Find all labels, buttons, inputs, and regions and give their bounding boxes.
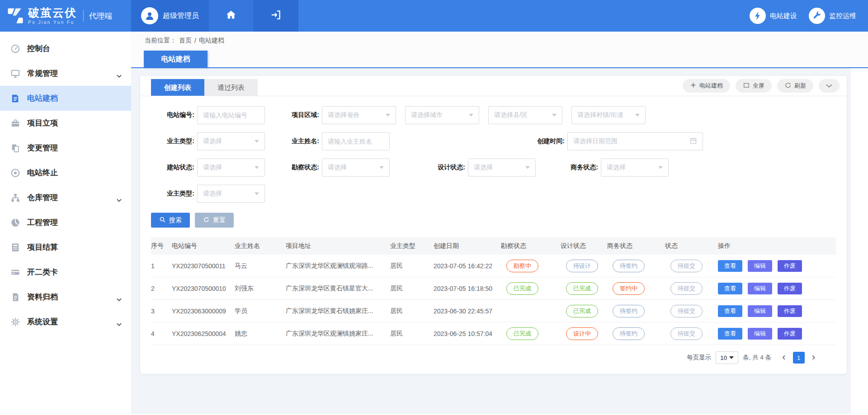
tab-passed-list[interactable]: 通过列表	[204, 79, 258, 96]
calculator-icon	[10, 242, 21, 253]
fullscreen-button[interactable]: 全屏	[736, 79, 772, 93]
owner-type-select[interactable]: 请选择	[197, 132, 265, 150]
chevron-down-icon	[552, 114, 557, 117]
sidebar-item-station-filing[interactable]: 电站建档	[0, 86, 131, 111]
sidebar-item-change-mgmt[interactable]: 变更管理	[0, 135, 131, 160]
sidebar-item-console[interactable]: 控制台	[0, 36, 131, 61]
view-button[interactable]: 查看	[718, 328, 742, 340]
design-status-select[interactable]: 请选择	[468, 159, 536, 177]
select-value: 请选择村镇/街道	[577, 111, 623, 119]
sidebar-item-data-archive[interactable]: 资料归档	[0, 284, 131, 309]
cell-station-no: YX2023062500004	[172, 322, 235, 345]
build-status-label: 建站状态:	[151, 163, 194, 172]
edit-button[interactable]: 编辑	[748, 283, 772, 294]
page-1-button[interactable]: 1	[793, 352, 805, 364]
survey-status-select[interactable]: 请选择	[322, 159, 390, 177]
reset-label: 重置	[213, 216, 226, 224]
main-area: 当前位置： 首页 / 电站建档 电站建档 创建列表 通过列表 电站建档	[131, 32, 868, 415]
nav-station-build[interactable]: 电站建设	[750, 0, 797, 32]
collapse-toolbar-button[interactable]	[819, 79, 840, 93]
sidebar-item-project-initiation[interactable]: 项目立项	[0, 111, 131, 135]
station-no-input[interactable]	[197, 106, 265, 124]
per-page-select[interactable]: 10	[716, 351, 738, 364]
select-value: 请选择	[203, 163, 222, 172]
create-station-button[interactable]: 电站建档	[683, 79, 730, 93]
per-page-value: 10	[720, 354, 727, 361]
filter-buttons: 搜索 重置	[140, 213, 847, 228]
cell-station-no: YX2023070500010	[172, 277, 235, 300]
user-menu[interactable]: 超级管理员	[131, 0, 209, 32]
home-button[interactable]	[209, 0, 253, 32]
col-owner-name: 业主姓名	[235, 237, 286, 255]
org-chart-icon	[10, 192, 21, 203]
owner-name-input[interactable]	[322, 132, 390, 150]
col-owner-type: 业主类型	[390, 237, 434, 255]
page-tab-station-filing[interactable]: 电站建档	[144, 51, 208, 67]
view-button[interactable]: 查看	[718, 305, 742, 317]
sidebar-item-card-opening[interactable]: 开二类卡	[0, 260, 131, 284]
edit-button[interactable]: 编辑	[748, 260, 772, 272]
brand[interactable]: 破茧云伏 Po Jian Yun Fu 代理端	[0, 0, 131, 32]
void-button[interactable]: 作废	[778, 305, 802, 317]
sidebar-item-warehouse-mgmt[interactable]: 仓库管理	[0, 185, 131, 210]
chevron-down-icon	[255, 140, 259, 143]
col-survey-status: 勘察状态	[501, 237, 561, 255]
search-label: 搜索	[169, 216, 182, 224]
cell-address: 广东深圳龙华区黄石镇星官大...	[286, 277, 390, 300]
sidebar-item-engineering-mgmt[interactable]: 工程管理	[0, 210, 131, 235]
create-time-range-input[interactable]: 请选择日期范围	[567, 132, 703, 150]
sidebar-item-project-settlement[interactable]: 项目结算	[0, 235, 131, 260]
cell-owner-name: 学员	[235, 300, 286, 322]
sidebar-item-label: 资料归档	[27, 292, 58, 302]
next-page-button[interactable]: ›	[810, 352, 817, 362]
nav-monitor-ops[interactable]: 监控运维	[809, 0, 856, 32]
chevron-down-icon	[525, 166, 530, 169]
city-select[interactable]: 请选择城市	[405, 106, 479, 124]
select-value: 请选择	[474, 163, 493, 172]
void-button[interactable]: 作废	[778, 283, 802, 294]
cell-address: 广东深圳龙华区黄石镇姚家庄...	[286, 300, 390, 322]
cell-owner-type: 居民	[390, 255, 434, 277]
search-button[interactable]: 搜索	[151, 213, 190, 228]
panel-header: 创建列表 通过列表 电站建档 全屏 刷新	[140, 76, 847, 96]
prev-page-button[interactable]: ‹	[780, 352, 787, 362]
sidebar-item-system-settings[interactable]: 系统设置	[0, 309, 131, 334]
void-button[interactable]: 作废	[778, 328, 802, 340]
owner-name-label: 业主姓名:	[278, 137, 319, 145]
view-button[interactable]: 查看	[718, 260, 742, 272]
sidebar-item-general-mgmt[interactable]: 常规管理	[0, 61, 131, 86]
cell-owner-name: 刘强东	[235, 277, 286, 300]
business-status-select[interactable]: 请选择	[601, 159, 669, 177]
sidebar-item-station-termination[interactable]: 电站终止	[0, 160, 131, 185]
edit-button[interactable]: 编辑	[748, 305, 772, 317]
logout-button[interactable]	[253, 0, 298, 32]
station-table: 序号 电站编号 业主姓名 项目地址 业主类型 创建日期 勘察状态 设计状态 商务…	[151, 237, 836, 345]
county-select[interactable]: 请选择县/区	[488, 106, 562, 124]
card-icon	[10, 267, 21, 278]
brand-subtitle: Po Jian Yun Fu	[28, 20, 77, 25]
build-status-select[interactable]: 请选择	[197, 159, 265, 177]
filter-form: 电站编号: 项目区域: 请选择省份 请选择城市 请选择县/区 请选择村镇/街道 …	[140, 96, 847, 228]
design-status-badge: 已完成	[566, 305, 598, 317]
breadcrumb-home[interactable]: 首页	[179, 37, 192, 45]
panel-card: 创建列表 通过列表 电站建档 全屏 刷新	[140, 76, 847, 374]
cell-address: 广东深圳龙华区观澜镇姚家庄...	[286, 322, 390, 345]
reset-button[interactable]: 重置	[195, 213, 234, 228]
void-button[interactable]: 作废	[778, 260, 802, 272]
chevron-down-icon	[658, 166, 663, 169]
chevron-down-icon	[255, 166, 259, 169]
briefcase-icon	[10, 118, 21, 129]
col-station-no: 电站编号	[172, 237, 235, 255]
edit-button[interactable]: 编辑	[748, 328, 772, 340]
target-icon	[10, 168, 21, 178]
chevron-down-icon	[469, 114, 473, 117]
refresh-button[interactable]: 刷新	[777, 79, 813, 93]
col-created: 创建日期	[434, 237, 501, 255]
view-button[interactable]: 查看	[718, 283, 742, 294]
province-select[interactable]: 请选择省份	[322, 106, 396, 124]
town-select[interactable]: 请选择村镇/街道	[571, 106, 646, 124]
cell-created: 2023-06-25 10:57:04	[434, 322, 501, 345]
tab-create-list[interactable]: 创建列表	[151, 79, 204, 96]
sidebar-item-label: 常规管理	[27, 68, 58, 79]
owner-type2-select[interactable]: 请选择	[197, 185, 265, 203]
